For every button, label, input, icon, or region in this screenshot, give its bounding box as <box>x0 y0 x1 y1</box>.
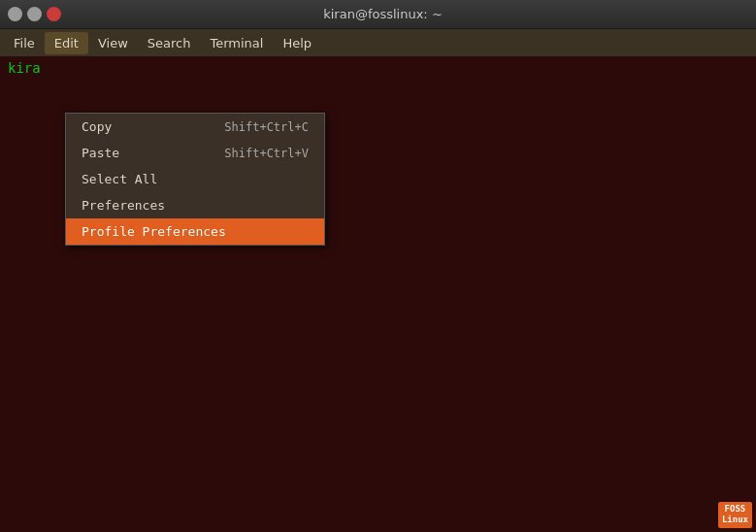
watermark: FOSS Linux <box>718 502 752 528</box>
menu-item-preferences[interactable]: Preferences <box>66 192 324 218</box>
menubar: File Edit View Search Terminal Help <box>0 29 756 56</box>
maximize-button[interactable] <box>27 7 42 21</box>
window-title: kiran@fosslinux: ~ <box>61 7 705 21</box>
watermark-line1: FOSS <box>722 504 748 515</box>
menu-item-select-all[interactable]: Select All <box>66 166 324 192</box>
menu-item-paste-shortcut: Shift+Ctrl+V <box>224 147 309 160</box>
menu-terminal[interactable]: Terminal <box>200 32 273 54</box>
menu-item-copy-label: Copy <box>82 119 112 134</box>
window-controls <box>8 7 61 21</box>
edit-dropdown-menu: Copy Shift+Ctrl+C Paste Shift+Ctrl+V Sel… <box>65 113 325 246</box>
terminal-prompt: kira <box>8 60 41 76</box>
menu-view[interactable]: View <box>88 32 138 54</box>
menu-file[interactable]: File <box>4 32 45 54</box>
titlebar: kiran@fosslinux: ~ <box>0 0 756 29</box>
menu-item-paste-label: Paste <box>82 146 119 160</box>
menu-edit[interactable]: Edit <box>45 32 88 54</box>
menu-item-select-all-label: Select All <box>82 172 157 186</box>
menu-item-copy-shortcut: Shift+Ctrl+C <box>224 120 309 134</box>
menu-item-profile-preferences[interactable]: Profile Preferences <box>66 218 324 245</box>
menu-search[interactable]: Search <box>138 32 201 54</box>
watermark-line2: Linux <box>722 515 748 526</box>
close-button[interactable] <box>47 7 61 21</box>
minimize-button[interactable] <box>8 7 22 21</box>
menu-item-copy[interactable]: Copy Shift+Ctrl+C <box>66 114 324 140</box>
terminal-content: kira Copy Shift+Ctrl+C Paste Shift+Ctrl+… <box>0 56 756 532</box>
menu-item-profile-preferences-label: Profile Preferences <box>82 224 226 239</box>
menu-item-paste[interactable]: Paste Shift+Ctrl+V <box>66 140 324 166</box>
menu-item-preferences-label: Preferences <box>82 198 165 213</box>
menu-help[interactable]: Help <box>273 32 321 54</box>
